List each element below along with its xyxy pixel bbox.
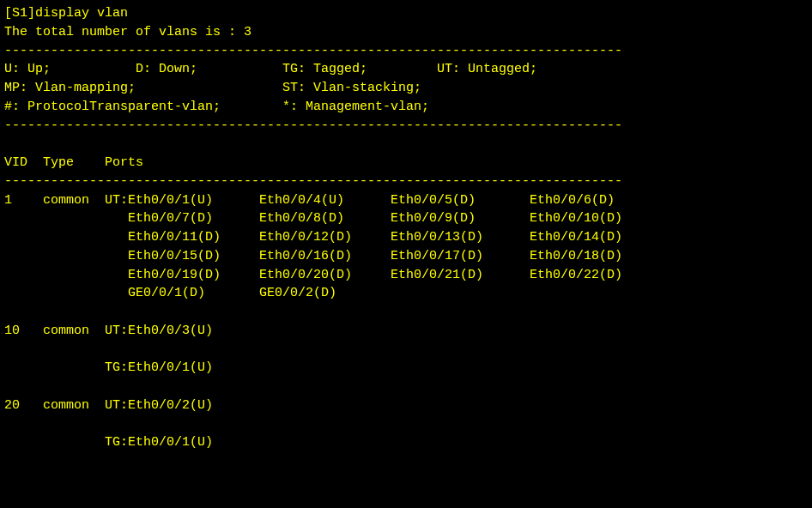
blank-line bbox=[4, 415, 808, 434]
blank-line bbox=[4, 341, 808, 360]
vlan20-row1: 20 common UT:Eth0/0/2(U) bbox=[4, 396, 808, 415]
vlan1-row3: Eth0/0/11(D) Eth0/0/12(D) Eth0/0/13(D) E… bbox=[4, 228, 808, 247]
blank-line bbox=[4, 135, 808, 154]
vlan20-row3: TG:Eth0/0/1(U) bbox=[4, 433, 808, 452]
vlan1-row4: Eth0/0/15(D) Eth0/0/16(D) Eth0/0/17(D) E… bbox=[4, 247, 808, 266]
vlan10-row3: TG:Eth0/0/1(U) bbox=[4, 359, 808, 378]
divider: ----------------------------------------… bbox=[4, 117, 808, 136]
vlan1-row5: Eth0/0/19(D) Eth0/0/20(D) Eth0/0/21(D) E… bbox=[4, 266, 808, 285]
vlan10-row1: 10 common UT:Eth0/0/3(U) bbox=[4, 322, 808, 341]
divider: ----------------------------------------… bbox=[4, 172, 808, 191]
vlan1-row6: GE0/0/1(D) GE0/0/2(D) bbox=[4, 284, 808, 303]
blank-line bbox=[4, 303, 808, 322]
cli-prompt-command: [S1]display vlan bbox=[4, 4, 808, 23]
legend-row-3: #: ProtocolTransparent-vlan; *: Manageme… bbox=[4, 98, 808, 117]
divider: ----------------------------------------… bbox=[4, 42, 808, 61]
vlan1-row1: 1 common UT:Eth0/0/1(U) Eth0/0/4(U) Eth0… bbox=[4, 191, 808, 210]
legend-row-1: U: Up; D: Down; TG: Tagged; UT: Untagged… bbox=[4, 60, 808, 79]
table-header: VID Type Ports bbox=[4, 154, 808, 172]
total-vlans-line: The total number of vlans is : 3 bbox=[4, 23, 808, 42]
legend-row-2: MP: Vlan-mapping; ST: Vlan-stacking; bbox=[4, 79, 808, 98]
blank-line bbox=[4, 378, 808, 396]
vlan1-row2: Eth0/0/7(D) Eth0/0/8(D) Eth0/0/9(D) Eth0… bbox=[4, 209, 808, 228]
